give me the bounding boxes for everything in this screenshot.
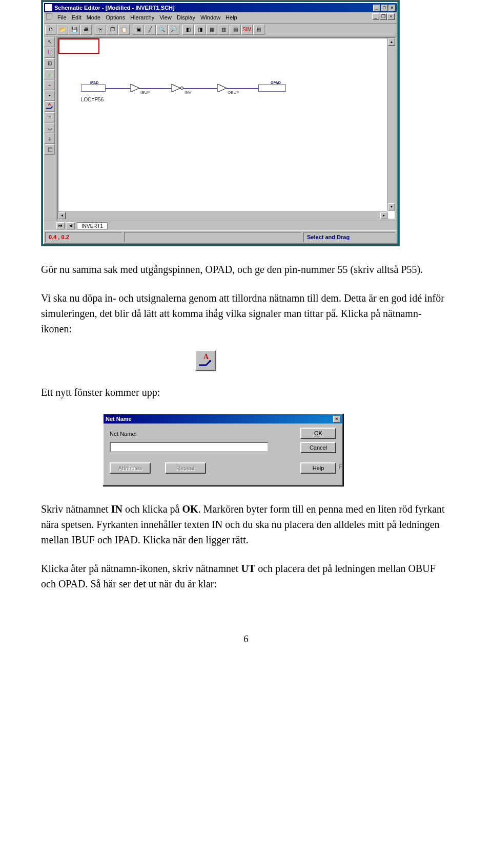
ipad-selected[interactable] xyxy=(58,38,99,54)
opad-label: OPAD xyxy=(271,80,281,86)
dialog-f-char: F xyxy=(339,462,342,471)
wire-ipad-ibuf[interactable] xyxy=(106,88,130,89)
zoom-out-button[interactable]: 🔎 xyxy=(168,25,179,35)
canvas[interactable]: IPAD LOC=P56 IBUF INV OBUF xyxy=(57,37,396,220)
cancel-button[interactable]: Cancel xyxy=(300,442,336,453)
netname-icon: A xyxy=(195,350,216,371)
zoom-in-button[interactable]: 🔍 xyxy=(156,25,168,35)
menu-window[interactable]: Window xyxy=(200,13,220,22)
tab-prev-button[interactable]: ◀ xyxy=(67,222,75,229)
arc-tool[interactable]: ◡ xyxy=(45,123,55,133)
ipad-label: IPAD xyxy=(90,80,98,86)
junction-tool[interactable]: • xyxy=(45,91,55,101)
scroll-right-icon[interactable]: ▸ xyxy=(380,212,387,219)
attributes-button[interactable]: Attributes xyxy=(110,462,151,474)
paragraph-4: Skriv nätnamnet IN och klicka på OK. Mar… xyxy=(41,501,451,547)
wire-button[interactable]: ╱ xyxy=(145,25,156,35)
scroll-left-icon[interactable]: ◂ xyxy=(58,212,66,219)
netname-label: Net Name: xyxy=(110,430,137,438)
menubar: File Edit Mode Options Hierarchy View Di… xyxy=(44,12,397,24)
doc-minimize-button[interactable]: _ xyxy=(372,13,379,20)
scroll-up-icon[interactable]: ▴ xyxy=(388,38,395,46)
window-title: Schematic Editor - [Modified - INVERT1.S… xyxy=(54,4,373,12)
symbol-tool[interactable]: ⊡ xyxy=(45,58,55,69)
doc-close-button[interactable]: × xyxy=(387,13,395,20)
tool-button-4[interactable]: ▥ xyxy=(218,25,229,35)
dialog-title: Net Name xyxy=(106,415,132,424)
svg-marker-3 xyxy=(217,84,227,92)
page-number: 6 xyxy=(41,632,451,646)
minimize-button[interactable]: _ xyxy=(373,5,380,11)
wire-obuf-opad[interactable] xyxy=(227,88,258,89)
netname-input[interactable] xyxy=(110,442,269,452)
paragraph-5: Klicka åter på nätnamn-ikonen, skriv nät… xyxy=(41,561,451,591)
inv-symbol[interactable] xyxy=(171,84,180,92)
sheet-tab[interactable]: INVERT1 xyxy=(77,222,108,229)
text-tool[interactable]: ≡ xyxy=(45,112,55,122)
obuf-label: OBUF xyxy=(228,90,239,96)
menu-display[interactable]: Display xyxy=(177,13,195,22)
tool-button-3[interactable]: ▦ xyxy=(206,25,217,35)
wire-tool[interactable]: ⫠ xyxy=(45,69,55,79)
tool-button-5[interactable]: ▤ xyxy=(230,25,241,35)
dialog-titlebar: Net Name × xyxy=(104,414,342,424)
open-button[interactable]: 📂 xyxy=(57,25,68,35)
netname-dialog: Net Name × Net Name: OK Cancel Attribute… xyxy=(102,413,343,486)
select-tool[interactable]: ↖ xyxy=(45,37,55,47)
svg-text:A: A xyxy=(203,353,209,361)
tool-button-2[interactable]: ◨ xyxy=(194,25,206,35)
obuf-symbol[interactable] xyxy=(217,84,227,92)
new-button[interactable]: 🗋 xyxy=(45,25,56,35)
close-button[interactable]: × xyxy=(388,5,396,11)
scroll-down-icon[interactable]: ▾ xyxy=(388,203,395,210)
hierarchy-tool[interactable]: H xyxy=(45,48,55,58)
tab-first-button[interactable]: ⏮ xyxy=(56,222,65,229)
menu-options[interactable]: Options xyxy=(106,13,125,22)
ok-button[interactable]: OK xyxy=(300,428,336,439)
help-button[interactable]: Help xyxy=(300,462,336,474)
ibuf-label: IBUF xyxy=(140,90,150,96)
sheet-tabs: ⏮ ◀ INVERT1 xyxy=(44,221,397,230)
status-mode: Select and Drag xyxy=(303,232,396,243)
menu-hierarchy[interactable]: Hierarchy xyxy=(130,13,154,22)
bus-tool[interactable]: ⫠ xyxy=(45,80,55,90)
app-icon xyxy=(45,4,52,11)
sim-button[interactable]: SIM xyxy=(241,25,253,35)
copy-button[interactable]: ❐ xyxy=(107,25,118,35)
menu-file[interactable]: File xyxy=(57,13,67,22)
graphic-tool[interactable]: ◫ xyxy=(45,144,55,155)
symbol-button[interactable]: ▣ xyxy=(133,25,144,35)
dialog-close-button[interactable]: × xyxy=(333,416,340,422)
paste-button[interactable]: 📋 xyxy=(118,25,130,35)
paragraph-2: Vi ska nu döpa in- och utsignalerna geno… xyxy=(41,290,451,336)
inv-label: INV xyxy=(184,90,191,96)
sys-icon[interactable] xyxy=(46,13,52,19)
horizontal-scrollbar[interactable]: ◂ ▸ xyxy=(58,211,387,219)
doc-restore-button[interactable]: ❐ xyxy=(380,13,387,20)
vertical-scrollbar[interactable]: ▴ ▾ xyxy=(387,38,395,210)
print-button[interactable]: 🖶 xyxy=(80,25,92,35)
ibuf-symbol[interactable] xyxy=(130,84,139,92)
tool-button-6[interactable]: ⊞ xyxy=(253,25,264,35)
netname-tool[interactable]: A xyxy=(45,101,55,112)
schematic-editor-window: Schematic Editor - [Modified - INVERT1.S… xyxy=(41,0,400,246)
menu-view[interactable]: View xyxy=(159,13,172,22)
paragraph-1: Gör nu samma sak med utgångspinnen, OPAD… xyxy=(41,262,451,277)
tool-palette: ↖ H ⊡ ⫠ ⫠ • A ≡ ◡ ⏚ ◫ xyxy=(44,36,56,221)
svg-marker-1 xyxy=(130,84,139,92)
menu-edit[interactable]: Edit xyxy=(72,13,81,22)
menu-mode[interactable]: Mode xyxy=(87,13,101,22)
wire-ibuf-inv[interactable] xyxy=(139,88,171,89)
power-tool[interactable]: ⏚ xyxy=(45,134,55,144)
menu-help[interactable]: Help xyxy=(225,13,237,22)
wire-inv-obuf[interactable] xyxy=(183,88,217,89)
toolbar: 🗋 📂 💾 🖶 ✂ ❐ 📋 ▣ ╱ 🔍 🔎 ◧ ◨ ▦ ▥ ▤ SIM xyxy=(44,24,397,36)
tool-button-1[interactable]: ◧ xyxy=(182,25,194,35)
paragraph-3: Ett nytt fönster kommer upp: xyxy=(41,385,451,400)
loc-attribute: LOC=P56 xyxy=(81,96,104,103)
maximize-button[interactable]: □ xyxy=(381,5,388,11)
repeat-button[interactable]: Repeat xyxy=(165,462,206,474)
status-coords: 0.4 , 0.2 xyxy=(45,232,122,243)
save-button[interactable]: 💾 xyxy=(69,25,80,35)
cut-button[interactable]: ✂ xyxy=(95,25,106,35)
